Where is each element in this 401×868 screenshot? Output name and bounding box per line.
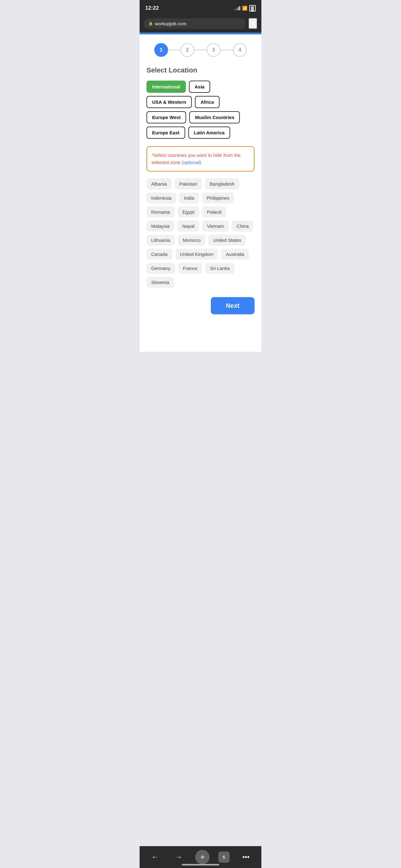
step-3[interactable]: 3: [207, 43, 221, 57]
back-button[interactable]: ←: [147, 850, 163, 864]
tabs-button[interactable]: 5: [218, 851, 230, 863]
country-united-states[interactable]: United States: [208, 235, 246, 246]
country-pakistan[interactable]: Pakistan: [175, 178, 202, 189]
url-text: workupjob.com: [155, 21, 187, 26]
step-2[interactable]: 2: [180, 43, 194, 57]
country-egypt[interactable]: Egypt: [178, 207, 199, 217]
country-slovenia[interactable]: Slovenia: [146, 277, 174, 288]
battery-icon: ▓: [249, 5, 256, 11]
next-btn-container: Next: [146, 297, 255, 320]
country-france[interactable]: France: [178, 263, 202, 274]
country-australia[interactable]: Australia: [221, 249, 248, 260]
country-china[interactable]: China: [232, 221, 253, 231]
main-content: 1 2 3 4 Select Location International As…: [140, 34, 261, 352]
home-indicator: [182, 864, 219, 866]
share-button[interactable]: ⬆: [248, 18, 257, 29]
tag-europe-west[interactable]: Europe West: [146, 111, 186, 123]
tag-international[interactable]: International: [146, 81, 186, 93]
country-nepal[interactable]: Nepal: [177, 221, 199, 231]
tag-muslim-countries[interactable]: Muslim Countries: [189, 111, 240, 123]
tag-europe-east[interactable]: Europe East: [146, 127, 185, 139]
wifi-icon: 📶: [242, 6, 247, 11]
next-button[interactable]: Next: [211, 297, 255, 314]
progress-steps: 1 2 3 4: [146, 43, 255, 57]
country-poland[interactable]: Poland: [202, 207, 226, 217]
country-indonesia[interactable]: Indonesia: [146, 192, 176, 204]
country-canada[interactable]: Canada: [146, 249, 172, 260]
country-lithuania[interactable]: Lithuania: [146, 235, 175, 246]
country-malaysia[interactable]: Malaysia: [146, 221, 174, 231]
status-time: 12:22: [145, 5, 159, 11]
step-1[interactable]: 1: [154, 43, 168, 57]
hint-box: *Select countries you want to hide from …: [146, 146, 255, 172]
tag-africa[interactable]: Africa: [195, 96, 220, 108]
hint-optional: (optional): [182, 160, 201, 165]
step-4[interactable]: 4: [233, 43, 247, 57]
step-line-3: [221, 50, 233, 50]
country-albania[interactable]: Albania: [146, 178, 171, 189]
url-bar[interactable]: 🔒 workupjob.com: [144, 19, 245, 29]
tag-usa-western[interactable]: USA & Western: [146, 96, 192, 108]
country-india[interactable]: India: [179, 192, 199, 204]
new-tab-button[interactable]: +: [195, 850, 209, 864]
lock-icon: 🔒: [148, 21, 153, 26]
country-sri-lanka[interactable]: Sri Lanka: [205, 263, 234, 274]
tag-latin-america[interactable]: Latin America: [188, 127, 231, 139]
section-title: Select Location: [146, 66, 255, 74]
location-tags-container: International Asia USA & Western Africa …: [146, 81, 255, 139]
tag-asia[interactable]: Asia: [189, 81, 210, 93]
forward-button[interactable]: →: [171, 850, 187, 864]
country-morocco[interactable]: Morocco: [178, 235, 205, 246]
more-button[interactable]: •••: [238, 850, 254, 864]
country-vietnam[interactable]: Vietnam: [202, 221, 229, 231]
country-bangladesh[interactable]: Bangladesh: [205, 178, 239, 189]
hint-text: *Select countries you want to hide from …: [152, 153, 240, 165]
signal-icon: [235, 6, 240, 10]
status-bar: 12:22 📶 ▓: [140, 0, 261, 16]
country-tags-container: Albania Pakistan Bangladesh Indonesia In…: [146, 178, 255, 288]
status-icons: 📶 ▓: [235, 5, 256, 11]
step-line-1: [168, 50, 180, 50]
country-romania[interactable]: Romania: [146, 207, 175, 217]
browser-bar: 🔒 workupjob.com ⬆: [140, 16, 261, 32]
country-germany[interactable]: Germany: [146, 263, 175, 274]
country-united-kingdom[interactable]: United Kingdom: [175, 249, 218, 260]
country-philippines[interactable]: Philippines: [202, 192, 234, 204]
step-line-2: [194, 50, 207, 50]
